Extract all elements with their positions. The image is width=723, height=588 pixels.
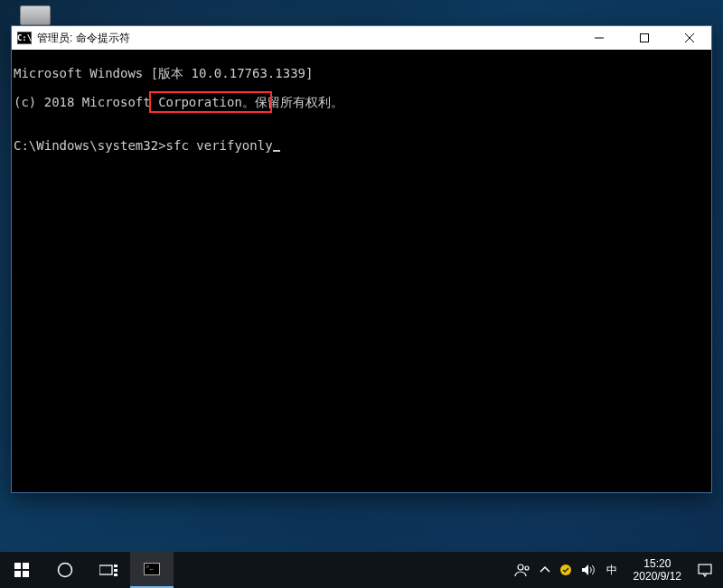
svg-rect-5 (23, 563, 29, 569)
svg-point-13 (518, 565, 523, 570)
terminal-output[interactable]: Microsoft Windows [版本 10.0.17763.1339] (… (12, 50, 711, 492)
cmd-taskbar-icon: >_ (144, 563, 160, 575)
taskbar-spacer (174, 552, 505, 588)
cmd-app-icon: C:\ (17, 32, 32, 44)
clock-date: 2020/9/12 (634, 570, 681, 583)
terminal-prompt-prefix: C:\Windows\system32> (14, 138, 166, 153)
svg-rect-10 (114, 565, 117, 567)
cortana-button[interactable] (43, 552, 87, 588)
terminal-line-copyright: (c) 2018 Microsoft Corporation。保留所有权利。 (14, 95, 709, 109)
start-button[interactable] (0, 552, 43, 588)
svg-rect-1 (641, 34, 649, 42)
titlebar[interactable]: C:\ 管理员: 命令提示符 (12, 26, 711, 50)
terminal-cursor (273, 150, 280, 152)
svg-rect-4 (14, 563, 21, 569)
security-icon (559, 564, 572, 576)
command-prompt-window: C:\ 管理员: 命令提示符 Microsoft Windows [版本 10.… (11, 25, 712, 493)
action-center-icon (698, 563, 712, 577)
people-icon (514, 562, 531, 578)
taskbar: >_ 中 1 (0, 552, 723, 588)
windows-logo-icon (14, 563, 29, 577)
volume-button[interactable] (581, 564, 596, 576)
svg-point-8 (59, 564, 72, 577)
minimize-button[interactable] (579, 26, 619, 50)
action-center-button[interactable] (687, 552, 723, 588)
cortana-circle-icon (57, 562, 73, 578)
close-button[interactable] (670, 26, 709, 50)
svg-rect-12 (114, 574, 117, 576)
security-tray-button[interactable] (559, 564, 572, 576)
svg-rect-9 (99, 565, 112, 574)
people-button[interactable] (514, 562, 531, 578)
terminal-line-version: Microsoft Windows [版本 10.0.17763.1339] (14, 66, 709, 80)
ime-indicator[interactable]: 中 (605, 563, 619, 578)
taskbar-clock[interactable]: 15:20 2020/9/12 (628, 552, 687, 588)
tray-overflow-button[interactable] (540, 565, 550, 575)
terminal-prompt-line: C:\Windows\system32>sfc verifyonly (14, 138, 709, 153)
clock-time: 15:20 (634, 557, 681, 570)
maximize-button[interactable] (624, 26, 664, 50)
volume-icon (581, 564, 596, 576)
svg-rect-11 (114, 569, 117, 572)
svg-point-14 (525, 566, 529, 570)
task-view-icon (99, 563, 117, 577)
recycle-bin-icon[interactable] (20, 5, 60, 27)
svg-rect-7 (23, 571, 29, 577)
terminal-command: sfc verifyonly (166, 138, 273, 153)
task-view-button[interactable] (87, 552, 130, 588)
taskbar-app-cmd[interactable]: >_ (130, 552, 174, 588)
window-title: 管理员: 命令提示符 (37, 31, 574, 46)
chevron-up-icon (540, 565, 550, 575)
svg-rect-6 (14, 571, 21, 577)
system-tray: 中 (505, 552, 628, 588)
svg-rect-16 (699, 565, 711, 574)
